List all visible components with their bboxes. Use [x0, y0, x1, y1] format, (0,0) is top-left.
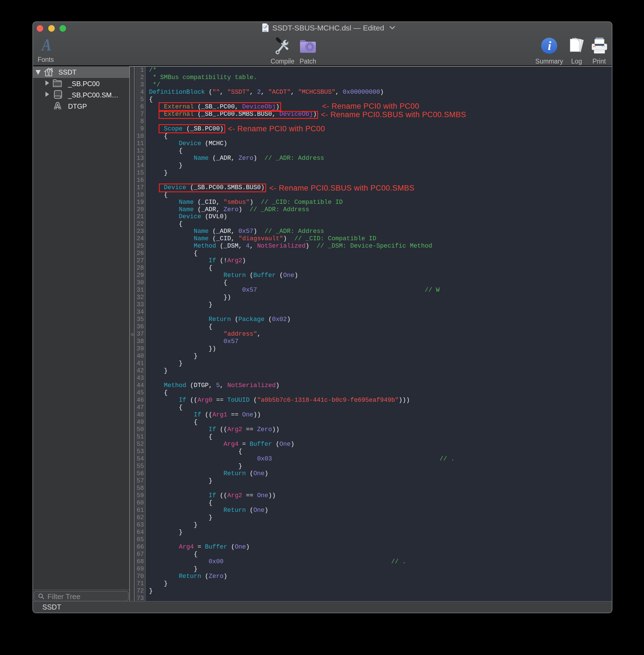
svg-text:i: i [548, 39, 551, 53]
svg-text:DSL: DSL [263, 30, 267, 32]
